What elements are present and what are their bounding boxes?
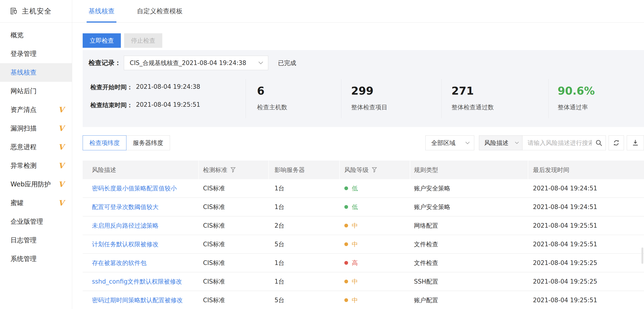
search-field-select[interactable]: 风险描述 — [479, 136, 522, 150]
start-time-line: 检查开始时间： 2021-08-04 19:24:38 — [90, 83, 246, 91]
risk-table: 风险描述 检测标准 影响服务器 风险等级 规则类型 — [83, 161, 644, 309]
servers-cell: 2台 — [269, 222, 340, 230]
severity-dot — [344, 298, 348, 302]
summary-panel: 检查记录： CIS_合规基线核查_2021-08-04 19:24:38 已完成… — [83, 50, 644, 127]
risk-desc-link[interactable]: 未启用反向路径过滤策略 — [92, 222, 158, 230]
standard-cell: CIS标准 — [199, 203, 269, 211]
sidebar-item-waf[interactable]: Web应用防护V — [0, 175, 72, 194]
risk-desc-link[interactable]: 存在被篡改的软件包 — [92, 259, 146, 267]
risk-level-cell: 中 — [340, 296, 410, 304]
sidebar-item-log-mgmt[interactable]: 日志管理 — [0, 231, 72, 250]
rule-type-cell: 文件检查 — [410, 240, 528, 248]
servers-cell: 5台 — [269, 240, 340, 248]
magnifier-icon[interactable] — [592, 136, 606, 150]
stat-pass-rate: 90.6% 整体通过率 — [548, 79, 644, 118]
standard-cell: CIS标准 — [199, 240, 269, 248]
pro-badge-icon: V — [58, 199, 64, 207]
risk-desc-link[interactable]: 配置可登录次数阈值较大 — [92, 203, 158, 211]
tab-custom-template[interactable]: 自定义检查模板 — [137, 0, 182, 22]
servers-cell: 1台 — [269, 184, 340, 192]
servers-cell: 1台 — [269, 203, 340, 211]
sidebar-item-asset-inventory[interactable]: 资产清点V — [0, 100, 72, 119]
end-time-line: 检查结束时间： 2021-08-04 19:25:51 — [90, 101, 246, 109]
severity-dot — [344, 280, 348, 283]
risk-desc-link[interactable]: 计划任务默认权限被修改 — [92, 240, 158, 248]
table-row: 密码过期时间策略默认配置被修改 CIS标准 5台 中 账户配置 2021-08-… — [83, 291, 644, 309]
pro-badge-icon: V — [58, 180, 64, 189]
risk-level-cell: 高 — [340, 259, 410, 267]
pro-badge-icon: V — [58, 105, 64, 114]
severity-dot — [344, 242, 348, 246]
download-icon — [632, 139, 639, 147]
chevron-down-icon — [465, 141, 470, 144]
region-select-value: 全部区域 — [431, 139, 456, 147]
last-found-cell: 2021-08-04 19:24:51 — [528, 203, 644, 210]
sidebar-item-malicious-process[interactable]: 恶意进程V — [0, 138, 72, 156]
sidebar-item-honeypot[interactable]: 蜜罐V — [0, 194, 72, 212]
servers-cell: 1台 — [269, 259, 340, 267]
risk-level-cell: 低 — [340, 184, 410, 192]
last-found-cell: 2021-08-04 19:25:51 — [528, 222, 644, 229]
rule-type-cell: SSH配置 — [410, 277, 528, 286]
sidebar: 主机安全 概览 登录管理 基线核查 网站后门 资产清点V 漏洞扫描V 恶意进程V… — [0, 0, 72, 309]
refresh-button[interactable] — [608, 135, 624, 150]
run-check-button[interactable]: 立即检查 — [83, 33, 121, 48]
risk-desc-link[interactable]: 密码过期时间策略默认配置被修改 — [92, 296, 183, 304]
servers-cell: 5台 — [269, 296, 340, 304]
record-select-value: CIS_合规基线核查_2021-08-04 19:24:38 — [130, 59, 246, 67]
app-title: 主机安全 — [22, 7, 52, 16]
pro-badge-icon: V — [58, 124, 64, 133]
refresh-icon — [612, 139, 620, 147]
sidebar-item-vuln-scan[interactable]: 漏洞扫描V — [0, 119, 72, 138]
sidebar-item-overview[interactable]: 概览 — [0, 26, 72, 45]
region-select[interactable]: 全部区域 — [426, 135, 474, 150]
severity-dot — [344, 186, 348, 190]
stat-host-count: 6 检查主机数 — [246, 79, 341, 118]
check-time-block: 检查开始时间： 2021-08-04 19:24:38 检查结束时间： 2021… — [83, 79, 246, 118]
funnel-icon[interactable] — [230, 167, 236, 173]
standard-cell: CIS标准 — [199, 222, 269, 230]
dimension-filter-row: 检查项纬度 服务器纬度 全部区域 风险描述 — [83, 135, 644, 150]
stop-check-button[interactable]: 停止检查 — [124, 33, 162, 48]
rule-type-cell: 账户安全策略 — [410, 184, 528, 192]
table-row: 未启用反向路径过滤策略 CIS标准 2台 中 网络配置 2021-08-04 1… — [83, 216, 644, 235]
sidebar-item-anomaly-detect[interactable]: 异常检测V — [0, 156, 72, 175]
dimension-tab-check-item[interactable]: 检查项纬度 — [83, 135, 126, 150]
download-button[interactable] — [627, 135, 644, 150]
funnel-icon[interactable] — [372, 167, 377, 173]
page-content: 立即检查 停止检查 检查记录： CIS_合规基线核查_2021-08-04 19… — [72, 23, 644, 309]
risk-desc-link[interactable]: sshd_config文件默认权限被修改 — [92, 277, 182, 286]
standard-cell: CIS标准 — [199, 184, 269, 192]
tab-baseline-check[interactable]: 基线核查 — [88, 0, 114, 22]
risk-desc-link[interactable]: 密码长度最小值策略配置值较小 — [92, 184, 177, 192]
vertical-scrollbar[interactable] — [642, 247, 643, 264]
last-found-cell: 2021-08-04 19:25:51 — [528, 241, 644, 248]
record-label: 检查记录： — [88, 59, 121, 67]
table-row: 存在被篡改的软件包 CIS标准 1台 高 文件检查 2021-08-04 19:… — [83, 254, 644, 272]
rule-type-cell: 文件检查 — [410, 259, 528, 267]
risk-level-cell: 低 — [340, 203, 410, 211]
search-input[interactable] — [522, 136, 592, 150]
table-row: 计划任务默认权限被修改 CIS标准 5台 中 文件检查 2021-08-04 1… — [83, 235, 644, 254]
dimension-tab-server[interactable]: 服务器纬度 — [126, 135, 170, 150]
risk-level-cell: 中 — [340, 277, 410, 286]
sidebar-item-baseline-check[interactable]: 基线核查 — [0, 63, 72, 82]
col-last-found: 最后发现时间 — [528, 161, 644, 179]
sidebar-item-enterprise-mgmt[interactable]: 企业版管理 — [0, 212, 72, 231]
sidebar-item-login-mgmt[interactable]: 登录管理 — [0, 45, 72, 63]
app-logo-row: 主机安全 — [0, 0, 72, 23]
table-controls: 全部区域 风险描述 — [426, 135, 644, 150]
rule-type-cell: 网络配置 — [410, 222, 528, 230]
record-select[interactable]: CIS_合规基线核查_2021-08-04 19:24:38 — [124, 56, 268, 70]
sidebar-item-web-backdoor[interactable]: 网站后门 — [0, 82, 72, 100]
record-status: 已完成 — [278, 59, 296, 67]
record-row: 检查记录： CIS_合规基线核查_2021-08-04 19:24:38 已完成 — [88, 56, 644, 70]
pro-badge-icon: V — [58, 143, 64, 151]
last-found-cell: 2021-08-04 19:25:51 — [528, 297, 644, 304]
last-found-cell: 2021-08-04 19:25:25 — [528, 278, 644, 285]
pro-badge-icon: V — [58, 161, 64, 170]
sidebar-item-system-mgmt[interactable]: 系统管理 — [0, 250, 72, 268]
stats-row: 检查开始时间： 2021-08-04 19:24:38 检查结束时间： 2021… — [83, 79, 644, 118]
search-combo: 风险描述 — [479, 135, 606, 150]
app-window: 主机安全 概览 登录管理 基线核查 网站后门 资产清点V 漏洞扫描V 恶意进程V… — [0, 0, 644, 309]
